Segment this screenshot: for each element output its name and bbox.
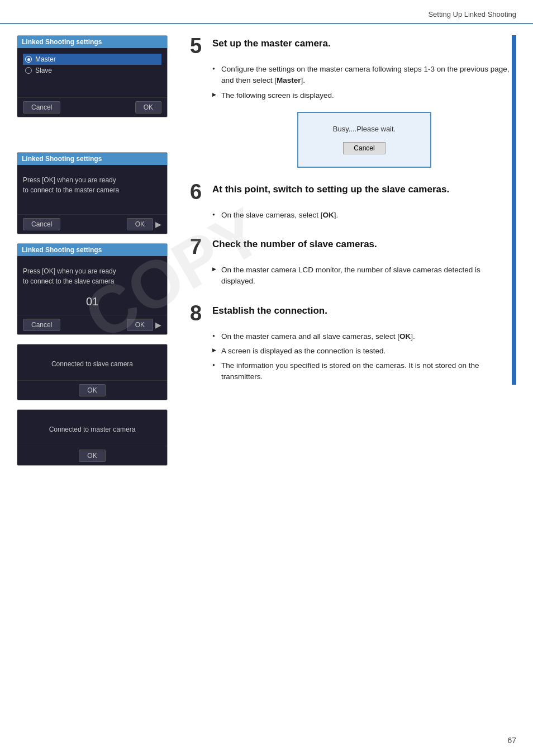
panel1-cancel-button[interactable]: Cancel — [23, 101, 60, 114]
panel3-arrow-icon: ▶ — [155, 320, 161, 329]
panel1-footer: Cancel OK — [17, 97, 167, 117]
panel4-footer: OK — [17, 380, 167, 400]
slave-radio-dot — [25, 67, 32, 74]
panel2-cancel-button[interactable]: Cancel — [23, 218, 60, 230]
slave-option[interactable]: Slave — [23, 65, 161, 76]
left-column: Linked Shooting settings Master Slave Ca… — [17, 35, 168, 466]
panel2-ok-area: OK ▶ — [127, 218, 161, 230]
step-7-title: Check the number of slave cameras. — [212, 236, 377, 251]
step-5-title: Set up the master camera. — [212, 35, 331, 50]
panel4-body: Connected to slave camera — [17, 344, 167, 380]
step-6-bullet-1: On the slave cameras, select [OK]. — [212, 208, 516, 223]
panel3-body: Press [OK] when you are readyto connect … — [17, 256, 167, 315]
panel2-title: Linked Shooting settings — [17, 153, 167, 165]
panel-connected-master: Connected to master camera OK — [17, 409, 168, 466]
step-6-title: At this point, switch to setting up the … — [212, 181, 449, 196]
panel2-body: Press [OK] when you are readyto connect … — [17, 165, 167, 214]
master-option[interactable]: Master — [23, 54, 161, 65]
panel3-ok-area: OK ▶ — [127, 319, 161, 331]
step-5-number: 5 — [190, 35, 207, 56]
step-8-header: 8 Establish the connection. — [190, 303, 516, 324]
step-5-bullet-1: Configure the settings on the master cam… — [212, 62, 516, 88]
panel1-title: Linked Shooting settings — [17, 36, 167, 48]
step-8-bullet-2: A screen is displayed as the connection … — [212, 344, 516, 358]
step-8-number: 8 — [190, 303, 207, 324]
step-7-bullets: On the master camera LCD monitor, the nu… — [212, 263, 516, 289]
page-header-title: Setting Up Linked Shooting — [428, 10, 516, 18]
step-7-body: On the master camera LCD monitor, the nu… — [190, 263, 516, 289]
step-6-bullets: On the slave cameras, select [OK]. — [212, 208, 516, 223]
page-number: 67 — [507, 736, 516, 745]
master-radio-dot — [25, 56, 32, 63]
panel-connected-slave: Connected to slave camera OK — [17, 344, 168, 400]
busy-cancel-button[interactable]: Cancel — [343, 142, 385, 154]
panel2-footer: Cancel OK ▶ — [17, 214, 167, 234]
master-label: Master — [35, 55, 56, 63]
panel3-cancel-button[interactable]: Cancel — [23, 319, 60, 331]
panel5-footer: OK — [17, 446, 167, 465]
panel5-body: Connected to master camera — [17, 410, 167, 446]
panel1-body: Master Slave — [17, 48, 167, 97]
slave-label: Slave — [35, 67, 52, 74]
step-6-number: 6 — [190, 181, 207, 202]
right-column: 5 Set up the master camera. Configure th… — [179, 35, 516, 466]
step-5-header: 5 Set up the master camera. — [190, 35, 516, 56]
step-8-bullet-3: The information you specified is stored … — [212, 358, 516, 385]
panel5-text: Connected to master camera — [23, 415, 161, 441]
step-6-header: 6 At this point, switch to setting up th… — [190, 181, 516, 202]
step-7-bullet-1: On the master camera LCD monitor, the nu… — [212, 263, 516, 289]
panel-press-ok-master: Linked Shooting settings Press [OK] when… — [17, 152, 168, 234]
busy-screen: Busy....Please wait. Cancel — [297, 112, 431, 168]
step-8-bullet-1: On the master camera and all slave camer… — [212, 329, 516, 344]
panel3-footer: Cancel OK ▶ — [17, 315, 167, 334]
panel4-text: Connected to slave camera — [23, 350, 161, 376]
panel2-arrow-icon: ▶ — [155, 220, 161, 229]
step-8-body: On the master camera and all slave camer… — [190, 329, 516, 385]
panel4-ok-button[interactable]: OK — [79, 384, 105, 396]
panel2-ok-button[interactable]: OK — [127, 218, 153, 230]
step-6-block: 6 At this point, switch to setting up th… — [190, 181, 516, 223]
page-header: Setting Up Linked Shooting — [0, 0, 533, 24]
step-5-bullets: Configure the settings on the master cam… — [212, 62, 516, 103]
busy-text: Busy....Please wait. — [333, 125, 396, 133]
step-5-block: 5 Set up the master camera. Configure th… — [190, 35, 516, 168]
panel1-ok-button[interactable]: OK — [135, 101, 161, 114]
step-7-number: 7 — [190, 236, 207, 257]
step-7-header: 7 Check the number of slave cameras. — [190, 236, 516, 257]
panel2-text: Press [OK] when you are readyto connect … — [23, 171, 161, 200]
step-6-body: On the slave cameras, select [OK]. — [190, 208, 516, 223]
panel5-ok-button[interactable]: OK — [79, 450, 105, 462]
panel-linked-shooting-settings: Linked Shooting settings Master Slave Ca… — [17, 35, 168, 117]
step-8-bullets: On the master camera and all slave camer… — [212, 329, 516, 385]
step-7-block: 7 Check the number of slave cameras. On … — [190, 236, 516, 289]
panel3-text: Press [OK] when you are readyto connect … — [23, 262, 161, 291]
panel-press-ok-slave: Linked Shooting settings Press [OK] when… — [17, 243, 168, 335]
right-col-inner: 5 Set up the master camera. Configure th… — [190, 35, 516, 385]
step-5-body: Configure the settings on the master cam… — [190, 62, 516, 168]
panel3-ok-button[interactable]: OK — [127, 319, 153, 331]
step-5-bullet-2: The following screen is displayed. — [212, 88, 516, 103]
step-8-block: 8 Establish the connection. On the maste… — [190, 303, 516, 385]
step-8-title: Establish the connection. — [212, 303, 327, 317]
panel3-slave-count: 01 — [23, 291, 161, 310]
panel3-title: Linked Shooting settings — [17, 244, 167, 256]
